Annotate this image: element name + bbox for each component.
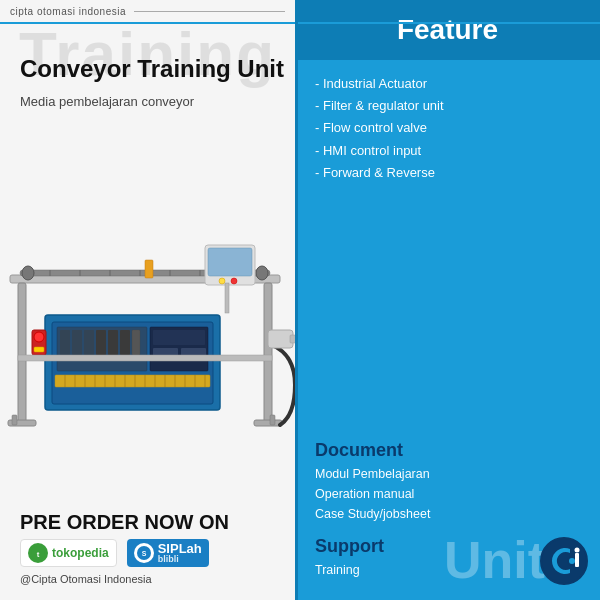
feature-title: Feature [305,14,590,46]
machine-svg [0,215,295,445]
svg-text:t: t [37,550,40,559]
right-panel: Feature - Industrial Actuator - Filter &… [295,0,600,600]
brand-divider [134,11,285,12]
svg-rect-33 [96,330,106,355]
svg-rect-54 [254,420,282,426]
machine-image [0,215,295,445]
left-panel: cipta otomasi indonesia Training Conveyo… [0,0,295,600]
doc-item-2: Operation manual [315,484,580,504]
svg-rect-43 [34,347,44,352]
feature-list: - Industrial Actuator - Filter & regulat… [295,60,600,201]
brand-bar: cipta otomasi indonesia [0,0,295,23]
coi-logo [540,537,588,585]
preorder-section: PRE ORDER NOW ON t tokopedia [20,511,229,585]
svg-rect-38 [153,330,205,345]
svg-point-65 [569,558,575,564]
svg-rect-13 [55,375,210,387]
preorder-title: PRE ORDER NOW ON [20,511,229,533]
siplah-badge[interactable]: S SIPLah blibli [127,539,209,567]
document-items: Modul Pembelajaran Operation manual Case… [315,464,580,524]
doc-item-1: Modul Pembelajaran [315,464,580,484]
svg-rect-56 [268,330,293,348]
panel-divider [295,0,298,600]
feature-item-4: - HMI control input [315,142,580,160]
svg-point-3 [256,266,268,280]
product-title: Conveyor Training Unit [20,55,285,84]
siplah-label-group: SIPLah blibli [158,542,202,564]
svg-rect-31 [72,330,82,355]
document-section: Document Modul Pembelajaran Operation ma… [315,440,580,524]
svg-text:S: S [141,550,146,557]
svg-rect-36 [132,330,140,355]
svg-point-42 [34,332,44,342]
svg-rect-51 [18,355,272,361]
siplah-sub: blibli [158,555,202,564]
feature-item-2: - Filter & regulator unit [315,97,580,115]
left-content: Conveyor Training Unit Media pembelajara… [20,55,285,124]
feature-header: Feature [295,0,600,60]
coi-circle [540,537,588,585]
social-handle: @Cipta Otomasi Indonesia [20,573,229,585]
svg-point-67 [575,548,580,553]
document-heading: Document [315,440,580,461]
svg-point-2 [22,266,34,280]
svg-rect-58 [145,260,153,278]
feature-item-3: - Flow control valve [315,119,580,137]
product-subtitle: Media pembelajaran conveyor [20,94,285,109]
top-accent-line [0,22,600,24]
main-container: cipta otomasi indonesia Training Conveyo… [0,0,600,600]
svg-rect-50 [264,283,272,423]
svg-rect-32 [84,330,94,355]
tokopedia-badge[interactable]: t tokopedia [20,539,117,567]
marketplace-row: t tokopedia S SIPLah blibli [20,539,229,567]
tokopedia-icon: t [28,543,48,563]
svg-rect-30 [60,330,70,355]
siplah-icon: S [134,543,154,563]
svg-point-47 [231,278,237,284]
svg-rect-66 [575,553,579,567]
svg-rect-55 [270,415,275,425]
svg-rect-48 [225,283,229,313]
svg-rect-34 [108,330,118,355]
feature-item-5: - Forward & Reverse [315,164,580,182]
svg-rect-53 [12,415,17,425]
svg-rect-35 [120,330,130,355]
feature-item-1: - Industrial Actuator [315,75,580,93]
svg-point-46 [219,278,225,284]
svg-rect-45 [208,248,252,276]
doc-item-3: Case Study/jobsheet [315,504,580,524]
svg-rect-49 [18,283,26,423]
tokopedia-label: tokopedia [52,546,109,560]
svg-point-63 [542,539,586,583]
brand-name: cipta otomasi indonesia [10,6,126,17]
